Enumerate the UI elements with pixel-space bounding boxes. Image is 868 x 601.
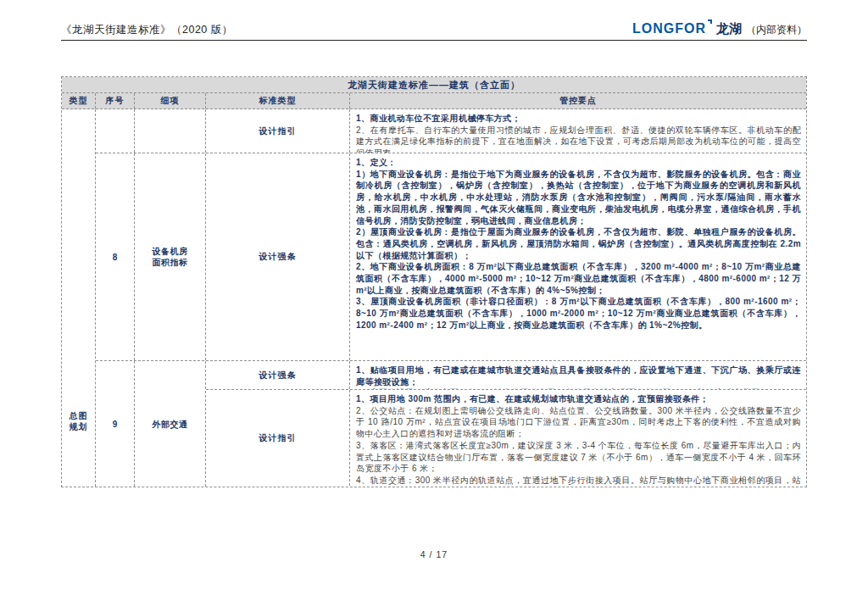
longfor-logo-chinese: 龙湖 xyxy=(716,21,742,37)
table-header-row: 类型 序号 细项 标准类型 管控要点 xyxy=(62,93,806,109)
clause-paragraph: 2、应至少设置一处落客区，宜贴临城市主干道布置，在满足当地交通要求的前提下，可与… xyxy=(356,387,801,389)
clause-paragraph: 4、轨道交通：300 米半径内的轨道站点，宜通过地下步行街接入项目。站厅与购物中… xyxy=(356,475,801,486)
clause-paragraph: 1）地下商业设备机房：是指位于地下为商业服务的设备机房，不含仅为超市、影院服务的… xyxy=(356,169,801,227)
item-cell: 设备机房 面积指标 xyxy=(135,153,206,360)
serial-cell: 9 xyxy=(96,361,135,487)
clause-paragraph: 1、贴临项目用地，有已建或在建城市轨道交通站点且具备接驳条件的，应设置地下通道、… xyxy=(356,364,801,387)
clause-paragraph: 2）屋顶商业设备机房：是指位于屋面为商业服务的设备机房，不含仅为超市、影院、单独… xyxy=(356,226,801,261)
type-cell: 总图 规划 xyxy=(62,109,96,487)
clause-paragraph: 1、商业机动车位不宜采用机械停车方式； xyxy=(356,113,801,125)
control-points-cell: 1、项目用地 300m 范围内，有已建、在建或规划城市轨道交通站点的，宜预留接驳… xyxy=(350,390,806,486)
serial-cell xyxy=(96,109,135,153)
standard-type-cell: 设计强条 xyxy=(206,153,350,360)
clause-paragraph: 1、定义： xyxy=(356,157,801,169)
sub-row: 设计强条 1、贴临项目用地，有已建或在建城市轨道交通站点且具备接驳条件的，应设置… xyxy=(206,361,806,390)
sub-row: 设计指引 1、项目用地 300m 范围内，有已建、在建或规划城市轨道交通站点的，… xyxy=(206,390,806,486)
serial-cell: 8 xyxy=(96,153,135,360)
confidential-label: （内部资料） xyxy=(746,23,807,37)
standards-table: 龙湖天街建造标准——建筑（含立面） 类型 序号 细项 标准类型 管控要点 总图 … xyxy=(61,76,807,487)
sub-row: 设计强条 1、定义：1）地下商业设备机房：是指位于地下为商业服务的设备机房，不含… xyxy=(206,153,806,360)
standard-type-cell: 设计指引 xyxy=(206,390,350,486)
control-points-cell: 1、定义：1）地下商业设备机房：是指位于地下为商业服务的设备机房，不含仅为超市、… xyxy=(350,153,806,360)
document-title: 《龙湖天街建造标准》（2020 版） xyxy=(61,23,233,37)
type-label: 总图 规划 xyxy=(62,410,95,432)
page-header: 《龙湖天街建造标准》（2020 版） LONGFOR 龙湖 （内部资料） xyxy=(61,20,807,41)
column-header-serial: 序号 xyxy=(96,93,135,109)
longfor-logo-text: LONGFOR xyxy=(632,21,706,36)
longfor-logo: LONGFOR xyxy=(632,21,712,36)
document-page: 《龙湖天街建造标准》（2020 版） LONGFOR 龙湖 （内部资料） 龙湖天… xyxy=(0,0,868,601)
column-header-item: 细项 xyxy=(135,93,206,109)
column-header-control: 管控要点 xyxy=(350,93,806,109)
table-row: 设计指引 1、商业机动车位不宜采用机械停车方式；2、在有摩托车、自行车的大量使用… xyxy=(96,109,806,153)
logo-corner-icon xyxy=(708,19,712,24)
clause-paragraph: 2、公交站点：在规划图上需明确公交线路走向、站点位置、公交线路数量。300 米半… xyxy=(356,405,801,440)
column-header-standard: 标准类型 xyxy=(206,93,350,109)
clause-paragraph: 3、屋顶商业设备机房面积（非计容口径面积）：8 万m²以下商业总建筑面积（不含车… xyxy=(356,296,801,331)
brand-area: LONGFOR 龙湖 （内部资料） xyxy=(632,21,807,37)
item-cell xyxy=(135,109,206,153)
table-row: 9 外部交通 设计强条 1、贴临项目用地，有已建或在建城市轨道交通站点且具备接驳… xyxy=(96,361,806,487)
clause-paragraph: 2、在有摩托车、自行车的大量使用习惯的城市，应规划合理面积、舒适、便捷的双轮车辆… xyxy=(356,125,801,153)
table-body: 总图 规划 设计指引 1、商业机动车位不宜采用机械停车方式；2、在有摩托车、自行… xyxy=(62,109,806,487)
clause-paragraph: 1、项目用地 300m 范围内，有已建、在建或规划城市轨道交通站点的，宜预留接驳… xyxy=(356,393,801,405)
standard-type-cell: 设计强条 xyxy=(206,361,350,389)
table-title: 龙湖天街建造标准——建筑（含立面） xyxy=(62,77,806,93)
table-row: 8 设备机房 面积指标 设计强条 1、定义：1）地下商业设备机房：是指位于地下为… xyxy=(96,153,806,361)
control-points-cell: 1、商业机动车位不宜采用机械停车方式；2、在有摩托车、自行车的大量使用习惯的城市… xyxy=(350,109,806,153)
page-number: 4 / 17 xyxy=(0,549,868,559)
control-points-cell: 1、贴临项目用地，有已建或在建城市轨道交通站点且具备接驳条件的，应设置地下通道、… xyxy=(350,361,806,389)
sub-row: 设计指引 1、商业机动车位不宜采用机械停车方式；2、在有摩托车、自行车的大量使用… xyxy=(206,109,806,153)
clause-paragraph: 2、地下商业设备机房面积：8 万m²以下商业总建筑面积（不含车库），3200 m… xyxy=(356,261,801,296)
standard-type-cell: 设计指引 xyxy=(206,109,350,153)
row-groups: 设计指引 1、商业机动车位不宜采用机械停车方式；2、在有摩托车、自行车的大量使用… xyxy=(96,109,806,487)
column-header-type: 类型 xyxy=(62,93,96,109)
item-cell: 外部交通 xyxy=(135,361,206,487)
clause-paragraph: 3、落客区：港湾式落客区长度宜≥30m，建议深度 3 米，3-4 个车位，每车位… xyxy=(356,440,801,475)
